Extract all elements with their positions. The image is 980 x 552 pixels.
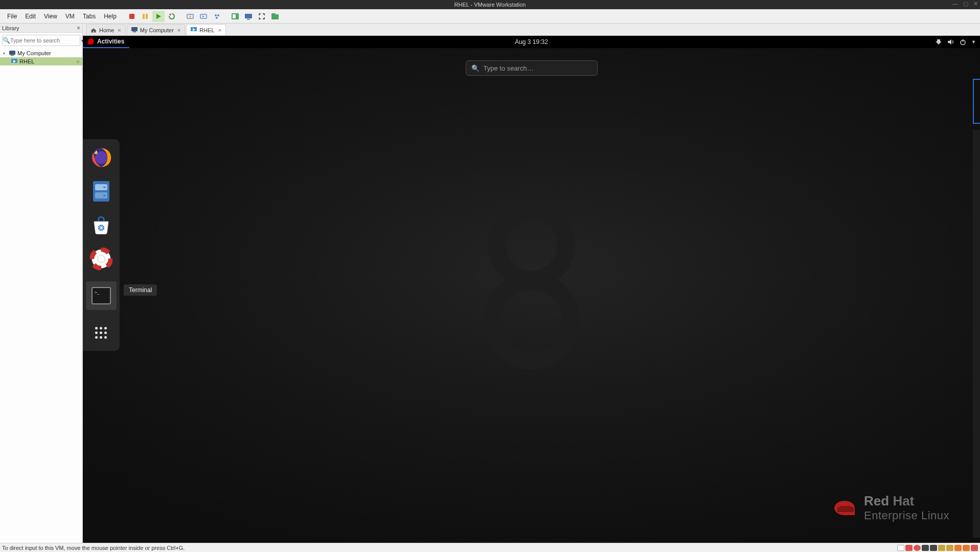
menu-help[interactable]: Help [100,11,121,22]
chevron-down-icon[interactable]: ▼ [971,39,976,45]
svg-rect-13 [233,14,236,18]
console-icon[interactable] [242,11,255,22]
svg-marker-3 [156,14,161,19]
dash-app-terminal[interactable]: >_ [86,281,117,310]
library-header: Library × [0,24,82,33]
tab-mycomputer-label: My Computer [140,27,174,33]
gnome-topbar: Activities Aug 3 19:32 ▼ [83,36,980,48]
menu-tabs[interactable]: Tabs [79,11,100,22]
activities-label: Activities [97,38,124,45]
library-search[interactable]: 🔍 ▾ [2,35,80,46]
guest-viewport[interactable]: Activities Aug 3 19:32 ▼ [83,36,980,543]
svg-rect-2 [146,14,148,19]
net-icon[interactable] [930,545,937,551]
svg-point-43 [98,255,105,263]
floppy-icon[interactable] [922,545,929,551]
close-icon[interactable]: ✕ [973,1,978,7]
hdd-icon[interactable] [905,545,913,551]
tab-home-close-icon[interactable]: × [118,27,121,33]
workspace-thumbnail[interactable] [973,79,980,124]
play-icon[interactable] [152,11,165,22]
snapshot-take-icon[interactable] [184,11,196,22]
dash-show-apps[interactable] [90,321,112,344]
svg-rect-17 [271,13,276,15]
svg-rect-15 [247,19,250,20]
snapshot-revert-icon[interactable] [197,11,210,22]
statusbar-hint: To direct input to this VM, move the mou… [2,545,185,551]
tab-mycomputer-close-icon[interactable]: × [177,27,180,33]
svg-marker-4 [169,14,171,16]
svg-rect-0 [129,14,134,19]
menu-edit[interactable]: Edit [21,11,40,22]
library-close-icon[interactable]: × [77,25,80,32]
network-icon[interactable] [935,39,942,45]
system-status-area[interactable]: ▼ [935,39,976,46]
minimize-icon[interactable]: — [952,1,958,7]
tab-home[interactable]: Home × [86,24,126,35]
power-off-icon[interactable] [126,11,138,22]
power-icon[interactable] [960,39,966,46]
maximize-icon[interactable]: ▢ [963,1,968,7]
vm-icon [191,27,197,33]
tab-rhel[interactable]: RHEL × [186,24,226,35]
svg-rect-23 [133,31,136,32]
dash-app-files[interactable] [90,180,112,203]
dash-app-help[interactable] [90,248,112,270]
sound-icon[interactable] [963,545,970,551]
svg-rect-16 [271,14,279,19]
library-search-input[interactable] [10,37,81,43]
svg-rect-34 [103,187,106,188]
host-window-controls: — ▢ ✕ [952,1,978,7]
fullscreen-icon[interactable] [256,11,268,22]
svg-rect-35 [103,195,106,196]
usb-icon[interactable] [954,545,962,551]
tab-mycomputer[interactable]: My Computer × [127,24,185,35]
gnome-overview[interactable]: 🔍 Type to search… Red Hat [83,48,980,543]
svg-point-9 [215,14,217,16]
guest-scrollbar[interactable] [973,130,980,538]
svg-text:>_: >_ [95,290,100,295]
tab-rhel-close-icon[interactable]: × [218,27,221,33]
statusbar-tray [897,545,978,551]
library-title: Library [2,25,19,31]
input-grab-icon[interactable] [897,545,904,551]
unity-icon[interactable] [229,11,241,22]
search-icon: 🔍 [471,64,480,72]
dash-app-software[interactable] [90,214,112,236]
tree-root[interactable]: ▾ My Computer [0,49,82,57]
svg-marker-26 [948,39,951,45]
svg-rect-19 [11,55,14,56]
printer-icon[interactable] [938,545,945,551]
vmware-toolbar [126,11,281,22]
pause-icon[interactable] [139,11,151,22]
tab-rhel-label: RHEL [199,27,214,33]
clock[interactable]: Aug 3 19:32 [515,38,548,46]
computer-icon [131,27,138,33]
menu-file[interactable]: File [3,11,21,22]
overview-search[interactable]: 🔍 Type to search… [466,60,598,76]
menu-view[interactable]: View [40,11,61,22]
dash-app-firefox[interactable] [90,146,112,169]
cd-icon[interactable] [914,545,921,551]
grid-icon [94,327,109,338]
volume-icon[interactable] [947,39,954,45]
svg-marker-8 [202,15,204,17]
redhat-fedora-icon [834,501,855,515]
vmware-menubar: File Edit View VM Tabs Help [0,9,980,24]
snapshot-manage-icon[interactable] [211,11,223,22]
library-tree: ▾ My Computer RHEL ★ [0,48,82,67]
svg-rect-18 [9,51,15,55]
library-icon[interactable] [269,11,281,22]
library-panel: Library × 🔍 ▾ ▾ My Computer RHEL ★ [0,24,83,543]
menu-vm[interactable]: VM [61,11,79,22]
tree-item-rhel[interactable]: RHEL ★ [0,57,82,65]
badge-icon[interactable] [971,545,978,551]
activities-button[interactable]: Activities [83,36,129,48]
redhat-logo-icon [88,38,94,45]
display-icon[interactable] [946,545,953,551]
restart-icon[interactable] [166,11,178,22]
home-icon [90,27,97,33]
tree-root-label: My Computer [17,50,51,56]
favorite-icon[interactable]: ★ [76,59,80,64]
svg-rect-1 [143,14,145,19]
